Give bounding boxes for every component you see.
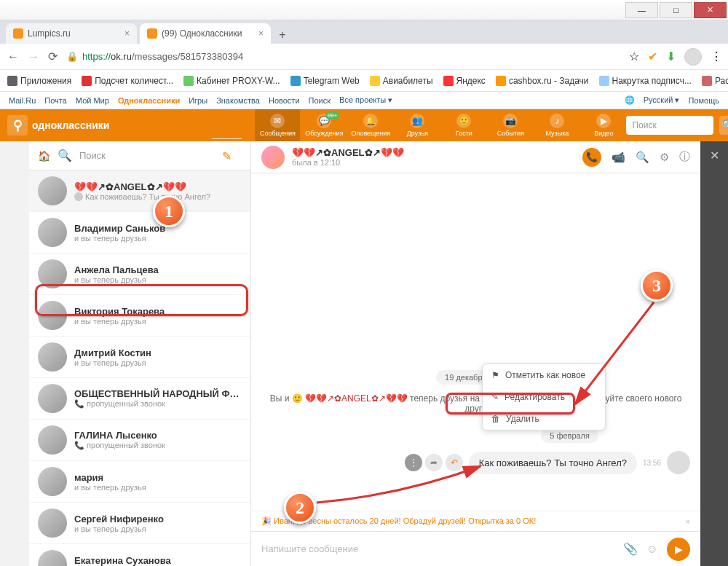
search-button[interactable]: 🔍 xyxy=(719,116,728,135)
bookmark-icon xyxy=(599,76,609,86)
info-icon[interactable]: ⓘ xyxy=(679,150,690,164)
search-icon[interactable]: 🔍 xyxy=(636,151,649,164)
toolbar-link[interactable]: Поиск xyxy=(309,96,331,105)
extension-icon[interactable]: ⬇ xyxy=(666,50,676,63)
window-minimize[interactable]: — xyxy=(625,2,658,18)
forward-icon[interactable]: → xyxy=(28,50,39,63)
close-icon[interactable]: × xyxy=(686,517,690,526)
site-nav: ✉Сообщения 💬99+Обсуждения 🔔Оповещения 👥Д… xyxy=(255,109,626,141)
toolbar-link[interactable]: Знакомства xyxy=(216,96,260,105)
toolbar-link[interactable]: Mail.Ru xyxy=(9,96,36,105)
apps-button[interactable]: Приложения xyxy=(7,76,71,86)
chat-item[interactable]: Сергей Нифиренко и вы теперь друзья xyxy=(29,503,250,544)
bookmark-label: Telegram Web xyxy=(304,76,360,86)
message-avatar[interactable] xyxy=(667,451,690,474)
chat-item[interactable]: ГАЛИНА Лысенко 📞 пропущенный звонок xyxy=(29,420,250,461)
toolbar-link[interactable]: Все проекты ▾ xyxy=(339,95,392,105)
portal-toolbar: Mail.Ru Почта Мой Мир Одноклассники Игры… xyxy=(0,92,728,109)
tab-lumpics[interactable]: Lumpics.ru × xyxy=(6,23,137,44)
address-field[interactable]: 🔒 https://ok.ru/messages/581573380394 xyxy=(66,51,620,62)
home-icon[interactable]: 🏠 xyxy=(38,150,50,162)
contact-name: 💔💔↗✿ANGEL✿↗💔💔 xyxy=(292,147,575,158)
chatlist-items[interactable]: 💔💔↗✿ANGEL✿↗💔💔 Как поживаешь? Ты точно Ан… xyxy=(29,170,250,566)
close-icon[interactable]: × xyxy=(124,28,130,39)
window-maximize[interactable]: □ xyxy=(660,2,692,18)
help-link[interactable]: Помощь xyxy=(689,96,720,105)
search-input[interactable]: Поиск xyxy=(626,116,713,135)
bookmark-icon xyxy=(290,76,301,86)
chat-item[interactable]: мария и вы теперь друзья xyxy=(29,461,250,503)
toolbar-link[interactable]: Игры xyxy=(189,96,207,105)
attach-icon[interactable]: 📎 xyxy=(623,542,638,556)
contact-avatar[interactable] xyxy=(261,146,285,169)
chat-item[interactable]: Екатерина Суханова и вы теперь друзья xyxy=(29,544,250,566)
chat-item[interactable]: ОБЩЕСТВЕННЫЙ НАРОДНЫЙ ФОНД 📞 пропущенный… xyxy=(29,378,250,420)
bookmark-icon xyxy=(370,76,380,86)
chat-name: ОБЩЕСТВЕННЫЙ НАРОДНЫЙ ФОНД xyxy=(74,388,242,399)
nav-events[interactable]: 📷События xyxy=(488,109,533,141)
bookmark-label: Авиабилеты xyxy=(383,76,433,86)
url-bar: ← → ⟳ 🔒 https://ok.ru/messages/581573380… xyxy=(0,44,728,70)
toolbar-link[interactable]: Новости xyxy=(269,96,300,105)
site-logo[interactable]: ⚲ одноклассники xyxy=(7,115,109,135)
extension-icon[interactable]: ✔ xyxy=(648,50,657,63)
close-icon[interactable]: × xyxy=(258,28,264,39)
chatlist-search[interactable]: Поиск xyxy=(79,150,205,161)
favicon xyxy=(13,28,23,39)
tab-label: (99) Одноклассники xyxy=(162,28,242,39)
nav-music[interactable]: ♪Музыка xyxy=(534,109,579,141)
chatlist-header: 🏠 🔍 Поиск ✎ xyxy=(29,141,250,170)
call-button[interactable]: 📞 xyxy=(582,148,601,167)
avatar xyxy=(38,218,67,247)
nav-label: Видео xyxy=(594,130,613,137)
video-call-icon[interactable]: 📹 xyxy=(612,151,625,164)
send-button[interactable]: ▶ xyxy=(667,538,690,561)
friends-icon: 👥 xyxy=(410,114,424,128)
annotation-marker-2: 2 xyxy=(284,492,316,524)
emoji-icon[interactable]: ☺ xyxy=(646,543,658,556)
nav-notifications[interactable]: 🔔Оповещения xyxy=(348,109,393,141)
new-tab-button[interactable]: + xyxy=(274,26,291,44)
back-icon[interactable]: ← xyxy=(7,50,19,63)
nav-guests[interactable]: 🙂Гости xyxy=(441,109,486,141)
bookmark-item[interactable]: Telegram Web xyxy=(290,76,360,86)
settings-icon[interactable]: ⚙ xyxy=(660,151,669,164)
chat-item[interactable]: Владимир Саньков и вы теперь друзья xyxy=(29,212,250,253)
badge: 99+ xyxy=(325,111,340,119)
chat-item[interactable]: 💔💔↗✿ANGEL✿↗💔💔 Как поживаешь? Ты точно Ан… xyxy=(29,170,250,212)
nav-messages[interactable]: ✉Сообщения xyxy=(255,109,300,141)
bookmark-item[interactable]: Раскрутка групп вк... xyxy=(702,76,728,86)
globe-icon: 🌐 xyxy=(625,95,635,105)
bookmark-item[interactable]: Авиабилеты xyxy=(370,76,433,86)
nav-discussions[interactable]: 💬99+Обсуждения xyxy=(301,109,347,141)
nav-friends[interactable]: 👥Друзья xyxy=(395,109,440,141)
bookmark-item[interactable]: Кабинет PROXY-W... xyxy=(183,76,280,86)
tab-ok[interactable]: (99) Одноклассники × xyxy=(140,23,271,44)
chat-name: Анжела Пальцева xyxy=(74,264,242,275)
camera-icon: 📷 xyxy=(503,114,518,128)
toolbar-link[interactable]: Почта xyxy=(44,96,67,105)
bookmark-item[interactable]: Накрутка подписч... xyxy=(599,76,692,86)
bookmark-item[interactable]: Яндекс xyxy=(443,76,486,86)
toolbar-link[interactable]: Мой Мир xyxy=(76,96,109,105)
language-selector[interactable]: Русский ▾ xyxy=(644,95,680,105)
message-input[interactable]: Напишите сообщение xyxy=(261,543,616,554)
sys-pre: Вы и 🙂 xyxy=(270,393,305,404)
chat-name: ГАЛИНА Лысенко xyxy=(74,430,242,441)
window-close[interactable]: ✕ xyxy=(694,2,727,18)
menu-icon[interactable]: ⋮ xyxy=(711,50,721,63)
close-icon[interactable]: ✕ xyxy=(710,149,719,162)
profile-avatar[interactable] xyxy=(684,48,702,66)
logo-icon: ⚲ xyxy=(7,115,28,135)
reload-icon[interactable]: ⟳ xyxy=(48,50,58,63)
bookmark-item[interactable]: cashbox.ru - Задачи xyxy=(496,76,589,86)
compose-icon[interactable]: ✎ xyxy=(212,138,242,173)
star-icon[interactable]: ☆ xyxy=(629,50,639,63)
avatar xyxy=(38,550,67,566)
toolbar-link-active[interactable]: Одноклассники xyxy=(118,96,180,105)
annotation-arrow xyxy=(568,299,662,415)
bookmark-label: Яндекс xyxy=(456,76,486,86)
nav-video[interactable]: ▶Видео xyxy=(581,109,626,141)
bookmark-item[interactable]: Подсчет количест... xyxy=(82,76,173,86)
chat-item[interactable]: Дмитрий Костин и вы теперь друзья xyxy=(29,337,250,378)
